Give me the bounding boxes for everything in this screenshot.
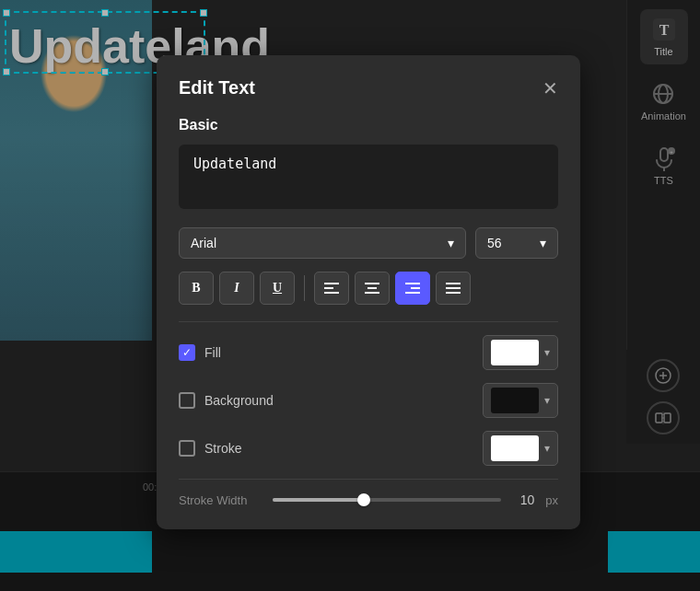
background-color-picker[interactable]: ▾ xyxy=(483,383,558,418)
stroke-width-value: 10 xyxy=(512,492,534,507)
fill-color-swatch xyxy=(491,340,539,365)
align-center-icon xyxy=(365,282,379,295)
font-family-select[interactable]: Arial ▾ xyxy=(179,227,466,259)
italic-button[interactable]: I xyxy=(219,272,254,305)
stroke-checkbox-wrapper: Stroke xyxy=(179,440,472,457)
stroke-width-slider[interactable] xyxy=(273,498,501,502)
align-justify-icon xyxy=(446,282,461,295)
font-family-value: Arial xyxy=(191,236,216,250)
align-justify-button[interactable] xyxy=(436,272,471,305)
fill-checkbox-wrapper: Fill xyxy=(179,344,472,361)
edit-text-modal: Edit Text ✕ Basic Updateland Arial ▾ 56 … xyxy=(157,55,580,529)
font-size-dropdown-icon: ▾ xyxy=(540,236,546,250)
underline-button[interactable]: U xyxy=(260,272,295,305)
stroke-width-label: Stroke Width xyxy=(179,493,262,507)
font-family-dropdown-icon: ▾ xyxy=(448,236,454,250)
fill-checkbox[interactable] xyxy=(179,344,195,361)
align-right-button[interactable] xyxy=(395,272,430,305)
stroke-dropdown-icon: ▾ xyxy=(544,442,550,455)
stroke-label: Stroke xyxy=(204,441,241,456)
background-dropdown-icon: ▾ xyxy=(544,394,550,407)
fill-color-picker[interactable]: ▾ xyxy=(483,335,558,370)
background-checkbox[interactable] xyxy=(179,392,195,409)
stroke-color-picker[interactable]: ▾ xyxy=(483,431,558,466)
modal-title: Edit Text xyxy=(179,77,255,98)
align-left-button[interactable] xyxy=(314,272,349,305)
stroke-width-unit: px xyxy=(545,493,558,507)
close-button[interactable]: ✕ xyxy=(542,79,558,98)
align-center-button[interactable] xyxy=(355,272,390,305)
fill-dropdown-icon: ▾ xyxy=(544,346,550,359)
bold-button[interactable]: B xyxy=(179,272,214,305)
stroke-color-swatch xyxy=(491,435,539,461)
fill-row: Fill ▾ xyxy=(179,335,558,370)
font-size-value: 56 xyxy=(487,236,502,250)
stroke-row: Stroke ▾ xyxy=(179,431,558,466)
section-basic-label: Basic xyxy=(179,117,558,133)
stroke-width-row: Stroke Width 10 px xyxy=(179,492,558,507)
font-row: Arial ▾ 56 ▾ xyxy=(179,227,558,259)
background-checkbox-wrapper: Background xyxy=(179,392,472,409)
align-left-icon xyxy=(324,282,339,295)
fill-label: Fill xyxy=(204,345,221,360)
font-size-select[interactable]: 56 ▾ xyxy=(475,227,558,259)
slider-fill xyxy=(273,498,364,502)
background-label: Background xyxy=(204,393,274,408)
text-input[interactable]: Updateland xyxy=(179,145,558,209)
format-separator xyxy=(304,275,305,301)
modal-header: Edit Text ✕ xyxy=(179,77,558,98)
background-row: Background ▾ xyxy=(179,383,558,418)
slider-thumb[interactable] xyxy=(357,493,370,506)
align-right-icon xyxy=(405,282,420,295)
format-row: B I U xyxy=(179,272,558,305)
divider-2 xyxy=(179,479,558,480)
stroke-checkbox[interactable] xyxy=(179,440,195,457)
divider-1 xyxy=(179,321,558,322)
background-color-swatch xyxy=(491,388,539,413)
